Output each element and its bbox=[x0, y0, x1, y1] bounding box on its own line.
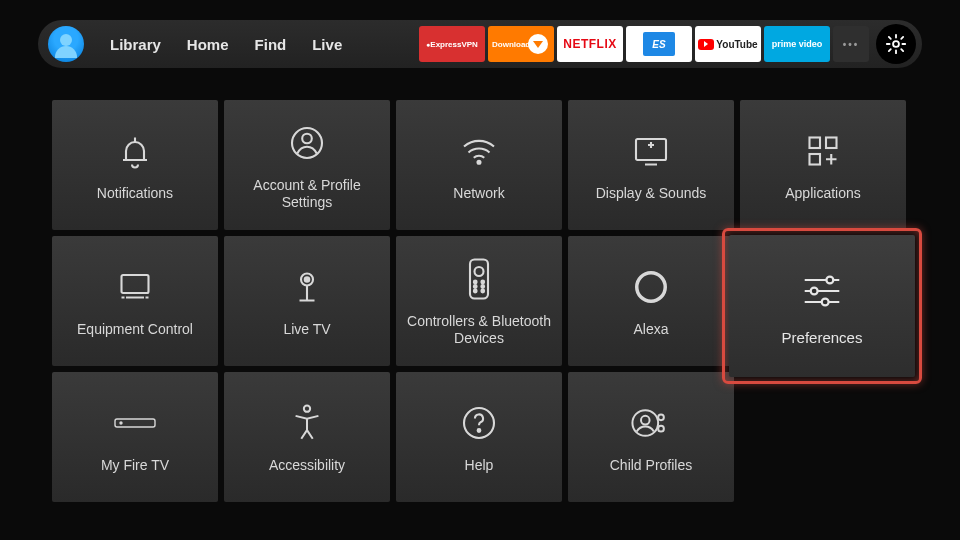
antenna-icon bbox=[289, 263, 325, 311]
svg-point-30 bbox=[826, 276, 833, 283]
download-arrow-icon bbox=[528, 34, 548, 54]
help-icon bbox=[461, 399, 497, 447]
es-icon: ES bbox=[643, 32, 675, 56]
gear-icon bbox=[885, 33, 907, 55]
tile-accessibility[interactable]: Accessibility bbox=[224, 372, 390, 502]
svg-point-14 bbox=[481, 280, 484, 283]
top-nav-bar: Library Home Find Live ● ExpressVPN Down… bbox=[38, 20, 922, 68]
alexa-icon bbox=[632, 263, 670, 311]
svg-point-15 bbox=[474, 285, 477, 288]
tile-preferences-highlight: Preferences bbox=[722, 228, 922, 384]
tile-help[interactable]: Help bbox=[396, 372, 562, 502]
tile-label: Network bbox=[453, 185, 504, 203]
bell-icon bbox=[117, 127, 153, 175]
tile-equipment[interactable]: Equipment Control bbox=[52, 236, 218, 366]
tile-label: Controllers & Bluetooth Devices bbox=[404, 313, 554, 348]
tile-label: Accessibility bbox=[269, 457, 345, 475]
tile-label: Notifications bbox=[97, 185, 173, 203]
tile-display[interactable]: Display & Sounds bbox=[568, 100, 734, 230]
tile-livetv[interactable]: Live TV bbox=[224, 236, 390, 366]
firetv-icon bbox=[113, 399, 157, 447]
wifi-icon bbox=[459, 127, 499, 175]
svg-point-13 bbox=[474, 280, 477, 283]
display-icon bbox=[630, 127, 672, 175]
equipment-icon bbox=[115, 263, 155, 311]
tile-childprofiles[interactable]: Child Profiles bbox=[568, 372, 734, 502]
nav-live[interactable]: Live bbox=[312, 36, 342, 53]
tile-label: Live TV bbox=[283, 321, 330, 339]
more-dots-icon: ••• bbox=[843, 39, 860, 50]
svg-point-0 bbox=[893, 41, 899, 47]
sliders-icon bbox=[800, 267, 844, 315]
tile-account[interactable]: Account & Profile Settings bbox=[224, 100, 390, 230]
app-expressvpn-label: ExpressVPN bbox=[430, 40, 478, 49]
svg-rect-11 bbox=[470, 259, 488, 298]
tile-controllers[interactable]: Controllers & Bluetooth Devices bbox=[396, 236, 562, 366]
app-expressvpn[interactable]: ● ExpressVPN bbox=[419, 26, 485, 62]
apps-icon bbox=[805, 127, 841, 175]
tile-myfiretv[interactable]: My Fire TV bbox=[52, 372, 218, 502]
app-es-file-explorer[interactable]: ES bbox=[626, 26, 692, 62]
svg-point-32 bbox=[811, 287, 818, 294]
svg-point-18 bbox=[481, 289, 484, 292]
svg-point-10 bbox=[305, 278, 310, 283]
svg-rect-8 bbox=[122, 275, 149, 293]
tile-label: Alexa bbox=[633, 321, 668, 339]
tile-label: Help bbox=[465, 457, 494, 475]
tile-label: Account & Profile Settings bbox=[232, 177, 382, 212]
tile-network[interactable]: Network bbox=[396, 100, 562, 230]
svg-point-17 bbox=[474, 289, 477, 292]
accessibility-icon bbox=[289, 399, 325, 447]
svg-point-12 bbox=[475, 267, 484, 276]
app-shortcuts: ● ExpressVPN Downloader NETFLIX ES YouTu… bbox=[419, 24, 916, 64]
tile-alexa[interactable]: Alexa bbox=[568, 236, 734, 366]
tile-label: Equipment Control bbox=[77, 321, 193, 339]
tile-label: Applications bbox=[785, 185, 861, 203]
svg-point-25 bbox=[632, 410, 658, 436]
app-more-button[interactable]: ••• bbox=[833, 26, 869, 62]
svg-point-27 bbox=[658, 415, 664, 421]
profile-avatar[interactable] bbox=[48, 26, 84, 62]
svg-point-21 bbox=[120, 422, 122, 424]
tile-preferences[interactable]: Preferences bbox=[729, 235, 915, 377]
user-icon bbox=[289, 119, 325, 167]
app-youtube[interactable]: YouTube bbox=[695, 26, 761, 62]
nav-links: Library Home Find Live bbox=[110, 36, 342, 53]
nav-library[interactable]: Library bbox=[110, 36, 161, 53]
svg-point-16 bbox=[481, 285, 484, 288]
tile-label: My Fire TV bbox=[101, 457, 169, 475]
settings-button[interactable] bbox=[876, 24, 916, 64]
svg-point-26 bbox=[641, 416, 650, 425]
remote-icon bbox=[467, 255, 491, 303]
nav-home[interactable]: Home bbox=[187, 36, 229, 53]
tile-applications[interactable]: Applications bbox=[740, 100, 906, 230]
app-downloader[interactable]: Downloader bbox=[488, 26, 554, 62]
svg-point-28 bbox=[658, 426, 664, 432]
svg-point-3 bbox=[478, 161, 481, 164]
tile-notifications[interactable]: Notifications bbox=[52, 100, 218, 230]
app-youtube-label: YouTube bbox=[716, 39, 757, 50]
svg-rect-7 bbox=[810, 154, 821, 165]
svg-point-34 bbox=[822, 298, 829, 305]
svg-point-24 bbox=[478, 429, 481, 432]
app-prime-video[interactable]: prime video bbox=[764, 26, 830, 62]
child-profiles-icon bbox=[631, 399, 671, 447]
tile-label: Child Profiles bbox=[610, 457, 692, 475]
tile-label: Preferences bbox=[782, 329, 863, 346]
nav-find[interactable]: Find bbox=[255, 36, 287, 53]
svg-rect-5 bbox=[810, 138, 821, 149]
svg-rect-6 bbox=[826, 138, 837, 149]
svg-point-22 bbox=[304, 406, 310, 412]
svg-point-19 bbox=[637, 273, 666, 302]
tile-label: Display & Sounds bbox=[596, 185, 707, 203]
youtube-play-icon bbox=[698, 39, 714, 50]
app-netflix[interactable]: NETFLIX bbox=[557, 26, 623, 62]
svg-point-2 bbox=[302, 133, 312, 143]
